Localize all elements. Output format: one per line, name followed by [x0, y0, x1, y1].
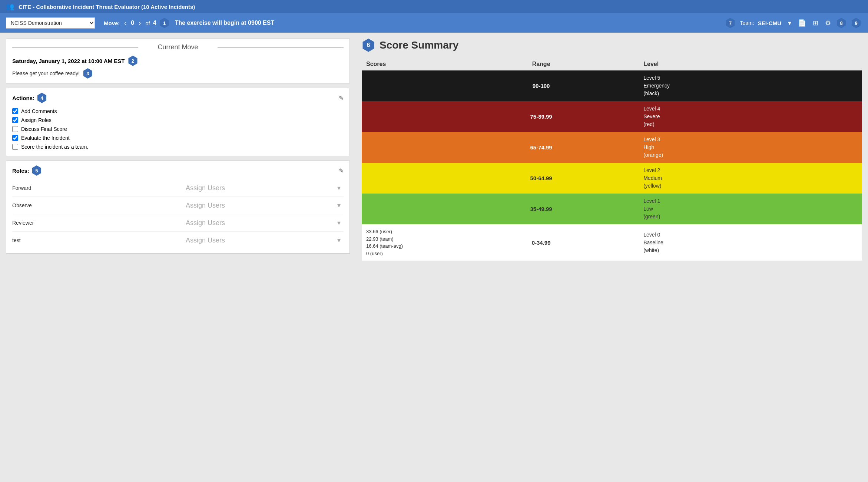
badge-3: 3 [83, 68, 93, 79]
assign-placeholder-2: Assign Users [186, 219, 225, 227]
score-value-1 [362, 101, 443, 132]
assign-select-1[interactable]: Assign Users ▾ [183, 200, 344, 211]
action-checkbox-0[interactable] [12, 108, 18, 114]
score-value-4 [362, 194, 443, 224]
col-scores: Scores [362, 58, 443, 70]
score-row-5: 33.66 (user)22.93 (team)16.64 (team-avg)… [362, 224, 862, 261]
badge-5: 5 [32, 165, 42, 176]
left-panel: Current Move Saturday, January 1, 2022 a… [0, 33, 356, 482]
move-label: Move: [104, 20, 120, 26]
settings-icon-button[interactable]: ⚙ [824, 18, 832, 28]
score-summary-title: Score Summary [380, 39, 458, 51]
score-level-2: Level 3High(orange) [639, 132, 862, 163]
score-row-4: 35-49.99 Level 1Low(green) [362, 194, 862, 224]
move-description: Please get your coffee ready! 3 [12, 68, 344, 79]
role-row-2: Reviewer Assign Users ▾ [12, 214, 344, 232]
grid-icon-button[interactable]: ⊞ [811, 18, 820, 28]
app-title: CITE - Collaborative Incident Threat Eva… [19, 4, 195, 10]
score-row-1: 75-89.99 Level 4Severe(red) [362, 101, 862, 132]
main-layout: Current Move Saturday, January 1, 2022 a… [0, 33, 868, 482]
score-level-0: Level 5Emergency(black) [639, 70, 862, 101]
header-bar: 👥 CITE - Collaborative Incident Threat E… [0, 0, 868, 13]
action-item-1: Assign Roles [12, 116, 344, 125]
role-row-3: test Assign Users ▾ [12, 232, 344, 249]
roles-title-text: Roles: [12, 168, 29, 174]
team-dropdown-button[interactable]: ▾ [786, 18, 793, 28]
role-name-1: Observe [12, 202, 183, 208]
exercise-message: The exercise will begin at 0900 EST [175, 20, 275, 26]
action-checkbox-1[interactable] [12, 117, 18, 123]
assign-placeholder-3: Assign Users [186, 237, 225, 244]
score-row-3: 50-64.99 Level 2Medium(yellow) [362, 163, 862, 194]
role-name-2: Reviewer [12, 220, 183, 226]
action-label-3: Evaluate the Incident [21, 135, 70, 141]
action-checkbox-4[interactable] [12, 144, 18, 150]
right-panel: 6 Score Summary Scores Range Level 90-10… [356, 33, 868, 482]
assign-select-2[interactable]: Assign Users ▾ [183, 217, 344, 228]
actions-title-text: Actions: [12, 95, 34, 101]
action-label-1: Assign Roles [21, 117, 52, 123]
score-range-4: 35-49.99 [443, 194, 639, 224]
score-level-3: Level 2Medium(yellow) [639, 163, 862, 194]
assign-placeholder-0: Assign Users [186, 184, 225, 192]
move-description-text: Please get your coffee ready! [12, 70, 80, 76]
badge-7: 7 [725, 18, 736, 28]
move-current: 0 [131, 20, 134, 26]
badge-9: 9 [851, 18, 861, 28]
score-range-1: 75-89.99 [443, 101, 639, 132]
move-of: of [145, 20, 150, 26]
role-row-0: Forward Assign Users ▾ [12, 179, 344, 197]
score-range-2: 65-74.99 [443, 132, 639, 163]
role-row-1: Observe Assign Users ▾ [12, 197, 344, 214]
action-item-4: Score the incident as a team. [12, 142, 344, 151]
demo-select[interactable]: NCISS Demonstration [6, 17, 95, 29]
action-checkbox-2[interactable] [12, 126, 18, 132]
move-next-button[interactable]: › [137, 20, 142, 26]
action-item-3: Evaluate the Incident [12, 133, 344, 142]
score-range-5: 0-34.99 [443, 224, 639, 261]
actions-title: Actions: 4 [12, 93, 48, 103]
move-date-text: Saturday, January 1, 2022 at 10:00 AM ES… [12, 58, 125, 64]
assign-dropdown-icon-3: ▾ [337, 236, 341, 244]
toolbar: NCISS Demonstration Move: ‹ 0 › of 4 1 T… [0, 13, 868, 33]
assign-select-0[interactable]: Assign Users ▾ [183, 182, 344, 194]
actions-header: Actions: 4 ✎ [12, 93, 344, 103]
badge-2: 2 [127, 56, 138, 66]
assign-dropdown-icon-1: ▾ [337, 201, 341, 209]
roles-edit-button[interactable]: ✎ [339, 167, 344, 174]
roles-header: Roles: 5 ✎ [12, 165, 344, 176]
score-row-2: 65-74.99 Level 3High(orange) [362, 132, 862, 163]
action-checkbox-3[interactable] [12, 135, 18, 141]
toolbar-right: 7 Team: SEI-CMU ▾ 📄 ⊞ ⚙ 8 9 [725, 18, 862, 28]
col-range: Range [443, 58, 639, 70]
document-icon-button[interactable]: 📄 [796, 18, 808, 28]
assign-dropdown-icon-2: ▾ [337, 219, 341, 227]
move-date: Saturday, January 1, 2022 at 10:00 AM ES… [12, 56, 344, 66]
badge-1: 1 [159, 18, 170, 28]
action-item-0: Add Comments [12, 107, 344, 116]
score-level-4: Level 1Low(green) [639, 194, 862, 224]
move-prev-button[interactable]: ‹ [123, 20, 128, 26]
score-value-2 [362, 132, 443, 163]
score-row-0: 90-100 Level 5Emergency(black) [362, 70, 862, 101]
assign-dropdown-icon-0: ▾ [337, 184, 341, 192]
actions-edit-button[interactable]: ✎ [339, 95, 344, 102]
assign-select-3[interactable]: Assign Users ▾ [183, 235, 344, 246]
score-summary-header: 6 Score Summary [362, 39, 862, 52]
score-level-1: Level 4Severe(red) [639, 101, 862, 132]
roles-list: Forward Assign Users ▾ Observe Assign Us… [12, 179, 344, 249]
role-name-0: Forward [12, 185, 183, 191]
score-value-3 [362, 163, 443, 194]
score-table: Scores Range Level 90-100 Level 5Emergen… [362, 58, 862, 261]
score-range-3: 50-64.99 [443, 163, 639, 194]
team-name: SEI-CMU [758, 20, 781, 26]
roles-box: Roles: 5 ✎ Forward Assign Users ▾ Observ… [6, 161, 350, 254]
actions-box: Actions: 4 ✎ Add Comments Assign Roles D… [6, 88, 350, 156]
badge-6: 6 [362, 39, 375, 52]
score-value-0 [362, 70, 443, 101]
score-range-0: 90-100 [443, 70, 639, 101]
action-label-2: Discuss Final Score [21, 126, 67, 132]
current-move-box: Current Move Saturday, January 1, 2022 a… [6, 39, 350, 83]
assign-placeholder-1: Assign Users [186, 202, 225, 209]
action-label-4: Score the incident as a team. [21, 144, 88, 150]
